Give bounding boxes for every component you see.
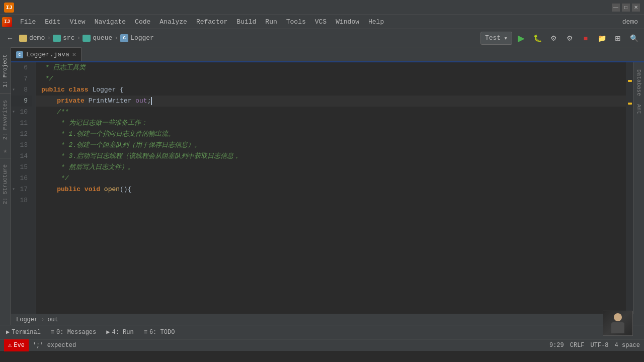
tab-run[interactable]: ▶ 4: Run <box>103 327 136 337</box>
line-num-9: 9 <box>11 96 32 107</box>
left-sidebar: 1: Project 2: Favorites ★ 2: Structure <box>0 47 11 325</box>
comment-text-14: * 3.启动写日志线程（该线程会从阻塞队列中获取日志信息， <box>61 151 240 162</box>
comment-text-7: */ <box>41 73 53 84</box>
sidebar-tab-structure[interactable]: 2: Structure <box>0 159 11 209</box>
sidebar-tab-favorites[interactable]: 2: Favorites <box>0 95 11 145</box>
video-content <box>603 311 632 335</box>
stop-button[interactable]: ■ <box>579 31 593 45</box>
menu-tools[interactable]: Tools <box>282 17 310 27</box>
dropdown-arrow-icon: ▾ <box>504 34 508 42</box>
comment-text-16: */ <box>61 173 69 184</box>
app-icon: IJ <box>4 3 14 13</box>
breadcrumb-project[interactable]: demo <box>19 34 45 42</box>
menu-refactor[interactable]: Refactor <box>192 17 231 27</box>
menu-build[interactable]: Build <box>232 17 260 27</box>
breadcrumb-package[interactable]: queue <box>83 34 112 42</box>
video-thumbnail <box>603 311 633 336</box>
indent-12 <box>41 129 61 140</box>
scroll-gutter <box>626 62 633 314</box>
line-num-15: 15 <box>11 162 32 173</box>
minimize-button[interactable]: — <box>612 4 620 12</box>
menu-view[interactable]: View <box>65 17 89 27</box>
comment-text-10: /** <box>57 107 68 118</box>
src-folder-icon <box>53 35 61 42</box>
menu-edit[interactable]: Edit <box>41 17 64 27</box>
sidebar-tab-database[interactable]: Database <box>634 65 643 100</box>
close-button[interactable]: ✕ <box>632 4 640 12</box>
run-button[interactable]: ▶ <box>514 31 528 45</box>
tab-terminal[interactable]: ▶ Terminal <box>3 327 44 337</box>
run-icon: ▶ <box>106 328 110 336</box>
menu-run[interactable]: Run <box>261 17 281 27</box>
fold-icon-17[interactable]: ▾ <box>12 184 15 195</box>
tab-messages[interactable]: ≡ 0: Messages <box>48 328 99 337</box>
menu-analyze[interactable]: Analyze <box>155 17 191 27</box>
code-content[interactable]: * 日志工具类 */ public class Logger { private… <box>36 62 626 314</box>
messages-icon: ≡ <box>51 329 54 336</box>
line-num-14: 14 <box>11 151 32 162</box>
code-editor[interactable]: 6 7 ▾ 8 9 ▾ 10 11 12 13 14 15 <box>11 62 644 314</box>
code-line-18 <box>36 195 626 206</box>
menu-help[interactable]: Help <box>364 17 388 27</box>
breadcrumb-bar: Logger › out <box>11 314 644 325</box>
sidebar-tab-project[interactable]: 1: Project <box>0 49 11 93</box>
keyword-void-17: void <box>85 184 104 195</box>
tab-todo[interactable]: ≡ 6: TODO <box>141 328 178 337</box>
menu-file[interactable]: File <box>16 17 40 27</box>
empty-18 <box>41 195 45 206</box>
indent-label: 4 space <box>615 342 640 349</box>
indent-16 <box>41 173 61 184</box>
maximize-button[interactable]: □ <box>622 4 630 12</box>
error-label: Eve <box>14 342 25 349</box>
scroll-marker-2 <box>628 103 632 105</box>
keyword-public-8: public <box>41 84 69 96</box>
code-line-9: private PrintWriter out; <box>36 96 626 107</box>
menu-code[interactable]: Code <box>131 17 154 27</box>
code-line-11: * 为记日志做一些准备工作： <box>36 118 626 129</box>
status-right: 9:29 CRLF UTF-8 4 space <box>549 342 640 349</box>
sidebar-tab-ant[interactable]: Ant <box>634 100 643 118</box>
open-files-button[interactable]: 📁 <box>595 31 609 45</box>
fold-icon-10[interactable]: ▾ <box>12 107 15 118</box>
comment-text-11: * 为记日志做一些准备工作： <box>61 118 147 129</box>
menu-window[interactable]: Window <box>332 17 363 27</box>
line-num-18: 18 <box>11 195 32 206</box>
menu-navigate[interactable]: Navigate <box>91 17 130 27</box>
code-line-7: */ <box>36 73 626 84</box>
code-line-14: * 3.启动写日志线程（该线程会从阻塞队列中获取日志信息， <box>36 151 626 162</box>
tab-logger-java[interactable]: C Logger.java ✕ <box>11 47 82 61</box>
indent-11 <box>41 118 61 129</box>
run-config-label: Test <box>485 34 501 42</box>
parens-17: (){ <box>120 184 131 195</box>
status-bar: ⚠ Eve ';' expected 9:29 CRLF UTF-8 4 spa… <box>0 339 644 351</box>
line-num-17: ▾ 17 <box>11 184 32 195</box>
fold-icon-8[interactable]: ▾ <box>12 84 15 96</box>
person-body <box>611 322 624 333</box>
run-config-dropdown[interactable]: Test ▾ <box>480 32 512 45</box>
breadcrumb: demo › src › queue › C Logger <box>19 34 478 42</box>
back-navigation-button[interactable]: ← <box>3 31 17 45</box>
coverage-button[interactable]: ⚙ <box>546 31 560 45</box>
main-area: 1: Project 2: Favorites ★ 2: Structure C… <box>0 47 644 325</box>
indent-14 <box>41 151 61 162</box>
favorites-star-icon: ★ <box>0 145 11 157</box>
breadcrumb-src[interactable]: src <box>53 34 74 42</box>
toolbar: ← demo › src › queue › C Logger <box>0 29 644 47</box>
method-open-17: open <box>104 184 120 195</box>
tab-terminal-label: Terminal <box>12 329 41 336</box>
debug-button[interactable]: 🐛 <box>530 31 544 45</box>
tab-close-button[interactable]: ✕ <box>72 51 76 58</box>
code-line-12: * 1.创建一个指向日志文件的输出流。 <box>36 129 626 140</box>
search-everywhere-button[interactable]: 🔍 <box>627 31 641 45</box>
title-bar: IJ — □ ✕ <box>0 0 644 15</box>
line-num-6: 6 <box>11 62 32 73</box>
indent-10 <box>41 107 57 118</box>
breadcrumb-class[interactable]: C Logger <box>120 34 154 42</box>
structure-button[interactable]: ⊞ <box>611 31 625 45</box>
comment-text-15: * 然后写入日志文件）。 <box>61 162 134 173</box>
indent-15 <box>41 162 61 173</box>
expected-error-text: ';' expected <box>33 342 76 349</box>
menu-vcs[interactable]: VCS <box>311 17 331 27</box>
error-indicator[interactable]: ⚠ Eve <box>4 339 29 351</box>
profiler-button[interactable]: ⚙ <box>562 31 577 45</box>
